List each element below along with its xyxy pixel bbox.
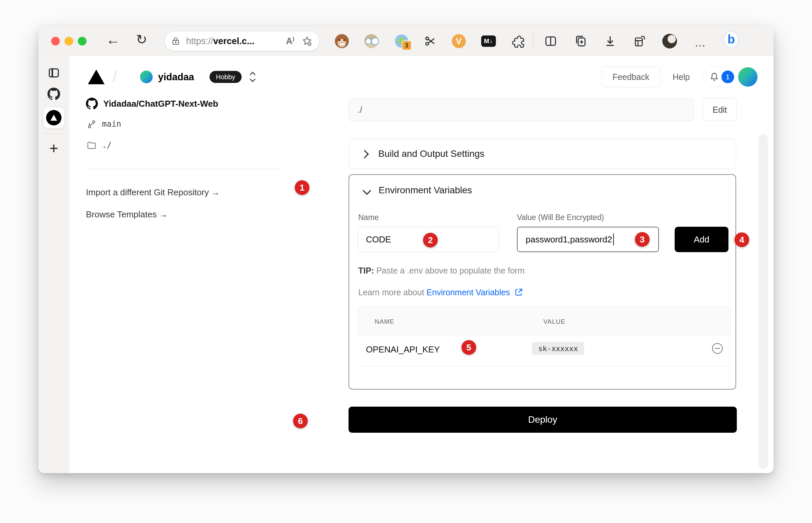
- plan-badge: Hobby: [209, 71, 242, 83]
- toolbar-divider: [533, 34, 533, 48]
- chevron-right-icon: [362, 149, 370, 159]
- annotation-badge-4: 4: [735, 232, 749, 247]
- sidebar-item-github[interactable]: [38, 88, 69, 100]
- name-label: Name: [358, 213, 379, 222]
- bing-icon: b: [724, 31, 738, 48]
- build-output-settings-title: Build and Output Settings: [378, 148, 485, 159]
- add-to-collections-button[interactable]: [573, 34, 588, 49]
- monkey-icon: [335, 34, 349, 48]
- sidebar-item-vercel-active[interactable]: [43, 107, 64, 128]
- breadcrumb-slash: /: [113, 68, 117, 86]
- external-link-icon[interactable]: [514, 288, 523, 296]
- edge-sidebar: +: [38, 56, 70, 473]
- annotation-badge-6: 6: [293, 414, 308, 428]
- vc-icon: V: [452, 34, 466, 48]
- deploy-button[interactable]: Deploy: [348, 407, 737, 433]
- git-branch-icon: [87, 119, 97, 130]
- url-text: https://vercel.c...: [186, 36, 254, 47]
- env-table-header: NAME VALUE: [358, 307, 731, 336]
- browse-templates-link[interactable]: Browse Templates →: [86, 209, 168, 220]
- url-protocol: https://: [186, 36, 213, 46]
- browser-toolbar: ← ↻ https://vercel.c... A) 3: [38, 26, 774, 56]
- help-link[interactable]: Help: [673, 67, 690, 87]
- root-dir: ./: [102, 141, 112, 150]
- extension-badge: 3: [402, 40, 412, 51]
- zoom-window-button[interactable]: [78, 37, 87, 46]
- notification-badge: 1: [721, 71, 734, 83]
- bing-chat-button[interactable]: b: [724, 32, 738, 47]
- window-panel-icon: [48, 67, 60, 79]
- browser-window: ← ↻ https://vercel.c... A) 3: [38, 26, 774, 473]
- vercel-page: / yidadaa Hobby Feedback Help 1: [69, 56, 774, 473]
- env-row-name: OPENAI_API_KEY: [366, 344, 440, 355]
- reload-button[interactable]: ↻: [136, 33, 147, 46]
- notifications-button[interactable]: 1: [703, 67, 741, 87]
- vercel-app-icon: [46, 110, 61, 125]
- vercel-header: / yidadaa Hobby Feedback Help 1: [69, 56, 774, 98]
- text-caret: [613, 233, 614, 246]
- avatar: [662, 34, 677, 49]
- chevron-down-icon[interactable]: [362, 188, 372, 196]
- env-name-value: CODE: [366, 234, 391, 245]
- granny-extension-icon[interactable]: [364, 34, 379, 49]
- vercel-logo[interactable]: [88, 70, 105, 84]
- tip-label: TIP:: [358, 266, 374, 275]
- translate-extension-icon[interactable]: 3: [394, 34, 409, 49]
- team-avatar[interactable]: [140, 71, 153, 83]
- puzzle-icon: [512, 34, 525, 48]
- download-icon: [604, 35, 617, 48]
- remove-env-var-button[interactable]: [712, 343, 723, 354]
- table-row: OPENAI_API_KEY sk-xxxxxx: [349, 336, 735, 366]
- collections-button[interactable]: [632, 34, 647, 49]
- import-different-repo-link[interactable]: Import a different Git Repository →: [86, 187, 220, 198]
- root-directory-field[interactable]: ./: [348, 98, 694, 121]
- monkey-extension-icon[interactable]: [335, 34, 349, 49]
- environment-variables-title[interactable]: Environment Variables: [379, 185, 472, 196]
- reader-mode-icon[interactable]: A): [286, 36, 295, 47]
- sidebar-tabs-button[interactable]: [38, 67, 69, 79]
- lock-icon: [171, 36, 180, 46]
- browser-profile-avatar[interactable]: [662, 34, 677, 49]
- build-output-settings-section[interactable]: Build and Output Settings: [348, 139, 736, 169]
- feedback-button[interactable]: Feedback: [602, 67, 660, 87]
- split-screen-button[interactable]: [543, 34, 558, 49]
- downloads-button[interactable]: [603, 34, 618, 49]
- granny-icon: [364, 34, 378, 48]
- env-value-value: password1,password2: [526, 234, 612, 245]
- user-avatar[interactable]: [738, 67, 757, 87]
- scissors-icon: [424, 35, 436, 48]
- row-divider: [358, 366, 729, 366]
- add-env-var-button[interactable]: Add: [675, 227, 729, 252]
- learn-more-prefix: Learn more about: [358, 288, 427, 297]
- address-bar[interactable]: https://vercel.c... A): [165, 32, 319, 51]
- translate-icon: 3: [395, 34, 408, 48]
- annotation-badge-2: 2: [423, 233, 438, 248]
- back-button[interactable]: ←: [106, 33, 120, 47]
- close-window-button[interactable]: [51, 37, 60, 46]
- scissors-extension-icon[interactable]: [423, 34, 437, 49]
- branch-name: main: [102, 120, 121, 129]
- annotation-badge-1: 1: [295, 180, 309, 195]
- folder-icon: [87, 140, 97, 150]
- team-switcher-chevrons-icon[interactable]: [248, 70, 257, 84]
- tip-line: TIP: Paste a .env above to populate the …: [358, 266, 525, 275]
- minimize-window-button[interactable]: [64, 37, 73, 46]
- environment-variables-link[interactable]: Environment Variables: [427, 288, 510, 297]
- value-column-header: VALUE: [543, 318, 565, 325]
- favorite-star-icon[interactable]: [302, 36, 313, 47]
- team-name[interactable]: yidadaa: [158, 72, 194, 83]
- more-menu-button[interactable]: …: [694, 36, 706, 49]
- vc-extension-icon[interactable]: V: [451, 34, 466, 49]
- page-scrollbar[interactable]: [758, 134, 768, 469]
- markdown-extension-icon[interactable]: M↓: [481, 34, 496, 49]
- url-host: vercel.c...: [213, 36, 254, 46]
- bell-icon: [710, 72, 719, 82]
- extensions-menu-icon[interactable]: [511, 34, 526, 49]
- collections-icon: [633, 35, 646, 48]
- annotation-badge-5: 5: [461, 340, 476, 355]
- sidebar-add-button[interactable]: +: [38, 141, 69, 156]
- edit-root-button[interactable]: Edit: [703, 98, 737, 121]
- vercel-triangle-icon: [50, 114, 57, 121]
- tip-text: Paste a .env above to populate the form: [374, 266, 524, 275]
- learn-more-line: Learn more about Environment Variables: [358, 288, 523, 297]
